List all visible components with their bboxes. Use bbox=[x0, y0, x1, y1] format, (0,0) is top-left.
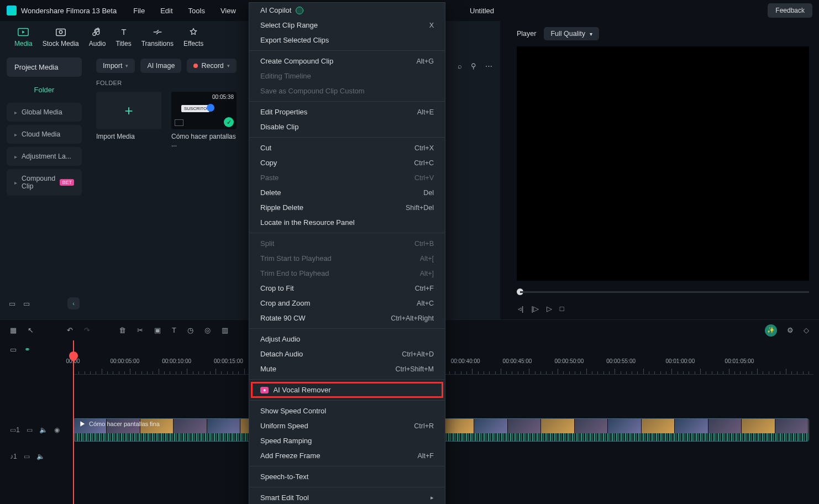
cm-select-clip-range[interactable]: Select Clip RangeX bbox=[249, 18, 445, 33]
sidebar-compound-clip[interactable]: Compound ClipBET bbox=[7, 169, 82, 196]
more-icon[interactable]: ⋯ bbox=[485, 62, 492, 70]
time-mark: 00:01:05:00 bbox=[725, 358, 754, 364]
link-icon[interactable]: ⚭ bbox=[24, 345, 30, 354]
cm-freeze-frame[interactable]: Add Freeze FrameAlt+F bbox=[249, 448, 445, 463]
feedback-button[interactable]: Feedback bbox=[768, 3, 812, 18]
adjust-icon[interactable]: ▥ bbox=[222, 326, 228, 334]
settings-icon[interactable]: ⚙ bbox=[787, 326, 794, 334]
cm-copy[interactable]: CopyCtrl+C bbox=[249, 155, 445, 170]
effects-icon bbox=[187, 27, 200, 38]
timeline-view-icon[interactable]: ▭ bbox=[10, 345, 17, 354]
grid-icon[interactable]: ▦ bbox=[10, 326, 17, 334]
time-mark: 00:01:00:00 bbox=[665, 358, 695, 364]
tab-titles[interactable]: T Titles bbox=[116, 27, 131, 48]
cm-crop-fit[interactable]: Crop to FitCtrl+F bbox=[249, 281, 445, 296]
prev-frame-icon[interactable]: ◃| bbox=[518, 305, 523, 313]
clip-duration: 00:05:38 bbox=[212, 94, 234, 100]
tab-audio[interactable]: Audio bbox=[89, 27, 106, 48]
preview-canvas[interactable] bbox=[517, 46, 809, 281]
speed-icon[interactable]: ◷ bbox=[187, 326, 193, 334]
cm-edit-properties[interactable]: Edit PropertiesAlt+E bbox=[249, 104, 445, 119]
beta-badge-icon: ● bbox=[260, 387, 269, 393]
menu-file[interactable]: File bbox=[133, 7, 145, 15]
scissors-icon[interactable]: ✂ bbox=[137, 326, 143, 334]
import-media-tile[interactable]: + Import Media bbox=[96, 92, 161, 148]
color-icon[interactable]: ◎ bbox=[204, 326, 211, 334]
menu-view[interactable]: View bbox=[221, 7, 236, 15]
cm-cut[interactable]: CutCtrl+X bbox=[249, 140, 445, 155]
suscrito-badge: SUSCRITO bbox=[181, 105, 209, 112]
cm-create-compound[interactable]: Create Compound ClipAlt+G bbox=[249, 54, 445, 69]
check-icon: ✓ bbox=[224, 117, 234, 127]
cm-paste: PasteCtrl+V bbox=[249, 170, 445, 185]
cm-uniform-speed[interactable]: Uniform SpeedCtrl+R bbox=[249, 418, 445, 433]
lock-icon[interactable]: ▭ bbox=[24, 453, 30, 460]
cm-rotate-90[interactable]: Rotate 90 CWCtrl+Alt+Right bbox=[249, 311, 445, 326]
video-track-icon[interactable]: ▭1 bbox=[10, 426, 20, 434]
cm-locate-resource[interactable]: Locate in the Resource Panel bbox=[249, 215, 445, 230]
beta-badge: BET bbox=[60, 179, 74, 186]
eye-icon[interactable]: ◉ bbox=[54, 426, 60, 434]
cm-speech-to-text[interactable]: Speech-to-Text bbox=[249, 469, 445, 484]
cm-split: SplitCtrl+B bbox=[249, 236, 445, 251]
collapse-sidebar-button[interactable]: ‹ bbox=[67, 297, 80, 309]
record-dropdown[interactable]: Record▾ bbox=[187, 59, 236, 73]
playhead[interactable] bbox=[73, 340, 74, 504]
cm-export-selected[interactable]: Export Selected Clips bbox=[249, 33, 445, 48]
cm-ai-vocal-remover[interactable]: ●AI Vocal Remover bbox=[249, 382, 445, 397]
delete-icon[interactable]: 🗑 bbox=[119, 326, 126, 334]
play-icon[interactable]: ▷ bbox=[547, 305, 552, 313]
audio-track-icon[interactable]: ♪1 bbox=[10, 453, 17, 460]
lock-icon[interactable]: ▭ bbox=[27, 426, 33, 434]
undo-icon[interactable]: ↶ bbox=[67, 326, 73, 334]
ai-tools-icon[interactable]: ✨ bbox=[765, 324, 777, 337]
chevron-down-icon: ▾ bbox=[125, 63, 128, 69]
folder-tab[interactable]: Folder bbox=[7, 80, 82, 99]
cm-trim-start: Trim Start to PlayheadAlt+[ bbox=[249, 251, 445, 266]
filter-icon[interactable]: ⚲ bbox=[471, 62, 476, 70]
mute-icon[interactable]: 🔈 bbox=[39, 426, 48, 434]
cm-crop-zoom[interactable]: Crop and ZoomAlt+C bbox=[249, 296, 445, 311]
new-folder-icon[interactable]: ▭ bbox=[9, 300, 15, 308]
cm-smart-edit[interactable]: Smart Edit Tool▸ bbox=[249, 490, 445, 504]
app-logo-icon bbox=[7, 6, 17, 15]
cm-save-compound-custom: Save as Compound Clip Custom bbox=[249, 83, 445, 98]
tab-transitions[interactable]: Transitions bbox=[141, 27, 174, 48]
media-clip-tile[interactable]: 00:05:38 SUSCRITO ✓ Cómo hacer pantallas… bbox=[171, 92, 237, 148]
cm-adjust-audio[interactable]: Adjust Audio bbox=[249, 332, 445, 347]
player-scrubber[interactable] bbox=[517, 286, 809, 297]
cm-ripple-delete[interactable]: Ripple DeleteShift+Del bbox=[249, 200, 445, 215]
cm-mute[interactable]: MuteCtrl+Shift+M bbox=[249, 361, 445, 376]
text-icon[interactable]: T bbox=[172, 326, 176, 334]
sidebar-cloud-media[interactable]: Cloud Media bbox=[7, 125, 82, 144]
cm-disable-clip[interactable]: Disable Clip bbox=[249, 119, 445, 134]
tab-effects[interactable]: Effects bbox=[183, 27, 203, 48]
marker-icon[interactable]: ◇ bbox=[804, 326, 809, 334]
cm-ai-copilot[interactable]: AI Copilot bbox=[249, 3, 445, 18]
sidebar-adjustment-layer[interactable]: Adjustment La... bbox=[7, 147, 82, 166]
crop-icon[interactable]: ▣ bbox=[154, 326, 161, 334]
quality-dropdown[interactable]: Full Quality▾ bbox=[544, 27, 599, 40]
cm-detach-audio[interactable]: Detach AudioCtrl+Alt+D bbox=[249, 347, 445, 361]
ai-image-button[interactable]: AI Image bbox=[140, 59, 181, 73]
cm-speed-ramping[interactable]: Speed Ramping bbox=[249, 433, 445, 448]
sidebar-global-media[interactable]: Global Media bbox=[7, 103, 82, 122]
play-back-icon[interactable]: |▷ bbox=[531, 305, 538, 313]
clip-context-menu: AI Copilot Select Clip RangeX Export Sel… bbox=[249, 2, 445, 504]
cm-delete[interactable]: DeleteDel bbox=[249, 185, 445, 200]
cm-show-speed[interactable]: Show Speed Control bbox=[249, 403, 445, 418]
cursor-icon[interactable]: ↖ bbox=[28, 326, 34, 334]
tab-stock-media[interactable]: Stock Media bbox=[43, 27, 79, 48]
svg-rect-1 bbox=[56, 29, 65, 36]
tab-media[interactable]: Media bbox=[14, 27, 33, 48]
project-media-button[interactable]: Project Media bbox=[7, 57, 82, 77]
mute-icon[interactable]: 🔈 bbox=[36, 453, 45, 460]
menu-tools[interactable]: Tools bbox=[188, 7, 205, 15]
redo-icon[interactable]: ↷ bbox=[84, 326, 90, 334]
menu-edit[interactable]: Edit bbox=[160, 7, 172, 15]
search-icon[interactable]: ⌕ bbox=[458, 62, 462, 70]
folder-icon[interactable]: ▭ bbox=[23, 300, 30, 308]
stop-icon[interactable]: □ bbox=[560, 305, 564, 313]
cm-editing-timeline: Editing Timeline bbox=[249, 69, 445, 83]
import-dropdown[interactable]: Import▾ bbox=[96, 59, 135, 73]
